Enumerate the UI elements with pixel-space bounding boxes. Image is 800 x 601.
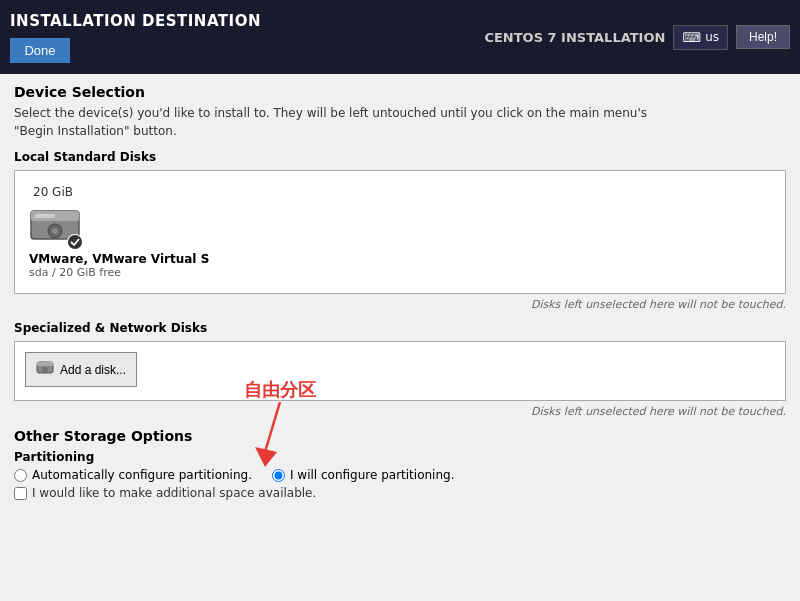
svg-rect-4 [35, 214, 55, 218]
disk-item[interactable]: 20 GiB [25, 181, 775, 283]
specialized-title: Specialized & Network Disks [14, 321, 786, 335]
svg-point-9 [44, 369, 46, 371]
auto-partition-label: Automatically configure partitioning. [32, 468, 252, 482]
svg-point-3 [52, 228, 58, 234]
help-button[interactable]: Help! [736, 25, 790, 49]
main-content: Device Selection Select the device(s) yo… [0, 74, 800, 601]
svg-marker-11 [255, 447, 277, 467]
add-disk-button[interactable]: Add a disk... [25, 352, 137, 387]
keyboard-lang: us [705, 30, 719, 44]
done-button[interactable]: Done [10, 38, 70, 63]
device-selection-section: Device Selection Select the device(s) yo… [14, 84, 786, 311]
keyboard-selector[interactable]: ⌨ us [673, 25, 728, 50]
manual-partition-option[interactable]: I will configure partitioning. [272, 468, 454, 482]
header-title: INSTALLATION DESTINATION [10, 12, 261, 30]
annotation-arrow [255, 402, 305, 467]
auto-partition-option[interactable]: Automatically configure partitioning. [14, 468, 252, 482]
auto-partition-radio[interactable] [14, 469, 27, 482]
other-storage-title: Other Storage Options [14, 428, 786, 444]
local-disks-grid: 20 GiB [14, 170, 786, 294]
local-disks-hint: Disks left unselected here will not be t… [14, 298, 786, 311]
disk-icon-wrapper [29, 203, 81, 248]
svg-line-10 [265, 402, 280, 452]
manual-partition-label: I will configure partitioning. [290, 468, 454, 482]
keyboard-icon: ⌨ [682, 30, 701, 45]
add-disk-label: Add a disk... [60, 363, 126, 377]
svg-rect-7 [37, 362, 53, 366]
annotation-text: 自由分区 [244, 378, 316, 402]
disk-info: sda / 20 GiB free [29, 266, 121, 279]
disk-selected-badge [67, 234, 83, 250]
header-right: CENTOS 7 INSTALLATION ⌨ us Help! [484, 25, 790, 50]
partitioning-radio-group: Automatically configure partitioning. I … [14, 468, 786, 482]
header: INSTALLATION DESTINATION Done CENTOS 7 I… [0, 0, 800, 74]
specialized-section: Specialized & Network Disks Add a disk..… [14, 321, 786, 418]
svg-point-5 [68, 235, 82, 249]
add-disk-icon [36, 359, 54, 380]
disk-size: 20 GiB [33, 185, 73, 199]
device-selection-desc: Select the device(s) you'd like to insta… [14, 104, 786, 140]
additional-space-row[interactable]: I would like to make additional space av… [14, 486, 786, 500]
specialized-hint: Disks left unselected here will not be t… [14, 405, 786, 418]
local-disks-title: Local Standard Disks [14, 150, 786, 164]
additional-space-checkbox[interactable] [14, 487, 27, 500]
additional-space-label: I would like to make additional space av… [32, 486, 316, 500]
specialized-grid: Add a disk... [14, 341, 786, 401]
device-selection-title: Device Selection [14, 84, 786, 100]
header-left: INSTALLATION DESTINATION Done [10, 6, 261, 69]
centos-label: CENTOS 7 INSTALLATION [484, 30, 665, 45]
other-storage-section: Other Storage Options Partitioning 自由分区 … [14, 428, 786, 500]
disk-name: VMware, VMware Virtual S [29, 252, 209, 266]
partitioning-label: Partitioning [14, 450, 786, 464]
annotation: 自由分区 [244, 378, 316, 467]
annotation-container: 自由分区 Automatically configure partitionin… [14, 468, 786, 482]
manual-partition-radio[interactable] [272, 469, 285, 482]
